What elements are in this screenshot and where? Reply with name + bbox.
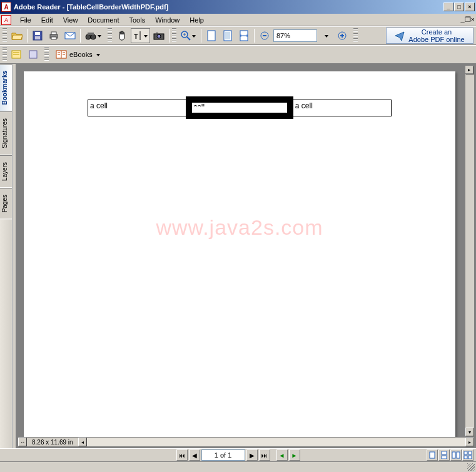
- toolbar-grip[interactable]: [3, 28, 7, 43]
- svg-rect-14: [156, 33, 158, 34]
- svg-rect-39: [457, 452, 460, 458]
- ebooks-button[interactable]: eBooks: [51, 47, 105, 62]
- svg-point-8: [91, 34, 96, 39]
- main-toolbar: T 87% Create an Adobe PDF online: [0, 26, 476, 45]
- envelope-icon: [64, 31, 76, 40]
- zoom-in-button[interactable]: [179, 28, 198, 43]
- fit-page-button[interactable]: [220, 28, 235, 43]
- svg-rect-32: [29, 51, 37, 58]
- menu-file[interactable]: File: [15, 15, 36, 25]
- create-pdf-label: Create an Adobe PDF online: [408, 28, 464, 43]
- facing-icon: [452, 451, 460, 459]
- resize-grip[interactable]: [467, 463, 475, 471]
- watermark-text: www.java2s.com: [24, 215, 455, 240]
- next-page-button[interactable]: ▶: [246, 449, 258, 461]
- scroll-right-button[interactable]: ▸: [465, 438, 474, 446]
- menu-edit[interactable]: Edit: [36, 15, 58, 25]
- svg-rect-19: [208, 31, 215, 41]
- menu-window[interactable]: Window: [150, 15, 185, 25]
- menu-document[interactable]: Document: [83, 15, 124, 25]
- prev-view-button[interactable]: ◄: [276, 449, 288, 461]
- mdi-window-controls: _ ❐ ×: [460, 16, 475, 24]
- toolbar-separator: [169, 29, 170, 43]
- dropdown-arrow-icon: [192, 34, 196, 38]
- page-width-icon: [240, 30, 248, 41]
- svg-rect-37: [442, 456, 447, 459]
- vertical-scrollbar[interactable]: ▴ ▾: [465, 65, 475, 437]
- single-page-button[interactable]: [427, 449, 438, 461]
- save-button[interactable]: [30, 28, 45, 43]
- plus-circle-icon: [337, 31, 347, 41]
- navigation-bar: ⏮ ◀ 1 of 1 ▶ ⏭ ◄ ►: [0, 448, 476, 461]
- toolbar-grip[interactable]: [353, 28, 358, 43]
- menu-view[interactable]: View: [58, 15, 83, 25]
- page-dimensions-text: 8.26 x 11.69 in: [27, 439, 78, 446]
- continuous-button[interactable]: [438, 449, 450, 461]
- tab-signatures[interactable]: Signatures: [0, 111, 12, 155]
- continuous-facing-button[interactable]: [462, 449, 473, 461]
- next-view-button[interactable]: ►: [289, 449, 300, 461]
- document-scroll-area[interactable]: a cell cell a cell www.java2s.com: [18, 65, 463, 437]
- snapshot-button[interactable]: [151, 28, 166, 43]
- toolbar-grip[interactable]: [108, 28, 112, 43]
- first-page-button[interactable]: ⏮: [176, 449, 188, 461]
- facing-button[interactable]: [450, 449, 462, 461]
- hscroll-track[interactable]: [87, 438, 465, 446]
- document-name-text: [TableCellBorderWidthPDF.pdf]: [66, 3, 168, 11]
- svg-rect-21: [225, 32, 230, 39]
- svg-rect-35: [430, 452, 435, 458]
- page-content: a cell cell a cell: [24, 71, 455, 119]
- hand-tool-button[interactable]: [114, 28, 129, 43]
- menu-tools[interactable]: Tools: [124, 15, 151, 25]
- app-icon: A: [1, 2, 11, 12]
- create-pdf-online-button[interactable]: Create an Adobe PDF online: [386, 28, 473, 44]
- actual-size-button[interactable]: [204, 28, 219, 43]
- folder-open-icon: [11, 31, 23, 41]
- tab-pages[interactable]: Pages: [0, 188, 12, 219]
- svg-rect-43: [468, 456, 472, 459]
- svg-rect-42: [464, 456, 467, 459]
- app-statusbar: [0, 461, 476, 472]
- fit-width-button[interactable]: [236, 28, 251, 43]
- dropdown-arrow-icon: [325, 34, 329, 38]
- menu-help[interactable]: Help: [185, 15, 209, 25]
- unknown-tool-button[interactable]: [26, 47, 41, 62]
- zoom-in-icon: [181, 31, 191, 41]
- mdi-restore-button[interactable]: ❐: [465, 16, 471, 24]
- page-prev-overlay-button[interactable]: ▸: [465, 65, 473, 74]
- table-cell: a cell: [290, 100, 392, 116]
- print-button[interactable]: [46, 28, 61, 43]
- zoom-field[interactable]: 87%: [273, 29, 317, 42]
- zoom-in-plus-button[interactable]: [335, 28, 350, 43]
- toolbar-grip[interactable]: [44, 47, 49, 62]
- open-button[interactable]: [9, 28, 24, 43]
- tab-layers[interactable]: Layers: [0, 155, 12, 188]
- close-button[interactable]: ×: [465, 3, 475, 11]
- mdi-close-button[interactable]: ×: [471, 16, 475, 24]
- svg-rect-36: [442, 451, 447, 454]
- page-fit-icon: [223, 30, 232, 41]
- page-size-button[interactable]: ↔: [18, 438, 27, 446]
- search-button[interactable]: [83, 28, 104, 43]
- document-icon[interactable]: A: [1, 15, 11, 25]
- tab-bookmarks[interactable]: Bookmarks: [0, 64, 12, 111]
- ebooks-label: eBooks: [69, 51, 93, 58]
- toolbar-grip[interactable]: [3, 47, 7, 62]
- minimize-button[interactable]: _: [443, 3, 453, 11]
- scroll-down-button[interactable]: ▾: [465, 428, 474, 436]
- email-button[interactable]: [63, 28, 78, 43]
- review-comment-button[interactable]: [9, 47, 24, 62]
- zoom-out-button[interactable]: [257, 28, 272, 43]
- svg-rect-9: [88, 33, 94, 35]
- page-indicator-field[interactable]: 1 of 1: [201, 449, 245, 461]
- camera-icon: [153, 31, 165, 40]
- demo-table: a cell cell a cell: [88, 96, 392, 119]
- maximize-button[interactable]: □: [454, 3, 464, 11]
- scroll-left-button[interactable]: ◂: [78, 438, 87, 446]
- prev-page-button[interactable]: ◀: [189, 449, 200, 461]
- text-select-button[interactable]: T: [131, 28, 150, 43]
- last-page-button[interactable]: ⏭: [259, 449, 270, 461]
- pdf-page: a cell cell a cell www.java2s.com: [24, 71, 455, 437]
- toolbar-grip[interactable]: [172, 28, 176, 43]
- zoom-dropdown-button[interactable]: [318, 28, 333, 43]
